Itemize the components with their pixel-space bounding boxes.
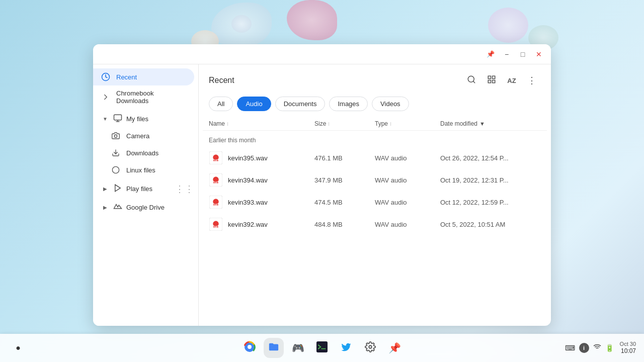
taskbar-left: ● <box>8 338 28 358</box>
chrome-icon <box>244 341 256 355</box>
taskbar-right: ⌨ i 🔋 Oct 30 10:07 <box>565 340 636 355</box>
type-col-label: Type <box>375 120 388 127</box>
sidebar-item-recent[interactable]: Recent <box>93 68 194 85</box>
svg-rect-11 <box>493 76 495 78</box>
sidebar-parent-my-files[interactable]: ▼ My files <box>93 111 198 127</box>
taskbar-settings[interactable] <box>360 338 380 358</box>
tray-keyboard-icon[interactable]: ⌨ <box>565 344 575 352</box>
name-col-label: Name <box>209 120 225 127</box>
sort-button[interactable]: AZ <box>503 71 521 89</box>
maximize-icon: □ <box>521 50 525 58</box>
filter-videos[interactable]: Videos <box>372 97 409 111</box>
svg-line-9 <box>473 81 474 82</box>
sidebar-item-downloads[interactable]: Downloads <box>93 144 194 161</box>
settings-icon <box>365 341 376 355</box>
taskbar-time: 10:07 <box>620 347 636 355</box>
taskbar-steam[interactable]: 🎮 <box>288 338 308 358</box>
my-files-label: My files <box>126 115 148 123</box>
google-drive-expand-icon: ▶ <box>101 204 109 212</box>
taskbar-apps: 🎮 <box>239 338 405 358</box>
file-size-1: 476.1 MB <box>314 154 375 162</box>
file-name-cell-1: kevin395.wav <box>209 151 314 165</box>
svg-point-23 <box>369 345 372 348</box>
col-header-size[interactable]: Size ⁞ <box>314 120 375 127</box>
maximize-button[interactable]: □ <box>517 48 529 60</box>
more-options-button[interactable]: ⋮ <box>523 71 541 89</box>
taskbar-date: Oct 30 <box>620 340 636 347</box>
google-drive-label: Google Drive <box>126 204 165 211</box>
section-label-earlier: Earlier this month <box>203 131 547 147</box>
sidebar-parent-google-drive[interactable]: ▶ Google Drive <box>93 199 198 216</box>
file-name-4: kevin392.wav <box>228 221 268 228</box>
col-header-name[interactable]: Name ⁞ <box>209 120 314 127</box>
sidebar: Recent Chromebook Downloads ▼ <box>93 64 199 326</box>
file-row-2[interactable]: kevin394.wav 347.9 MB WAV audio Oct 19, … <box>203 169 547 191</box>
file-type-4: WAV audio <box>375 221 440 228</box>
taskbar-twitter[interactable] <box>336 338 356 358</box>
file-size-4: 484.8 MB <box>314 221 375 228</box>
filter-all[interactable]: All <box>209 97 233 111</box>
downloads-label: Downloads <box>126 149 158 157</box>
steam-icon: 🎮 <box>292 342 304 354</box>
titlebar: 📌 − □ ✕ <box>93 44 551 64</box>
grid-icon <box>487 75 496 86</box>
drive-icon <box>113 202 122 213</box>
camera-label: Camera <box>126 132 149 140</box>
taskbar-files[interactable] <box>264 338 284 358</box>
file-row-3[interactable]: kevin393.wav 474.5 MB WAV audio Oct 12, … <box>203 191 547 213</box>
filter-audio[interactable]: Audio <box>237 97 271 111</box>
minimize-button[interactable]: − <box>501 48 513 60</box>
desktop: 📌 − □ ✕ <box>0 0 644 362</box>
col-header-type[interactable]: Type ⁞ <box>375 120 440 127</box>
taskbar: ● <box>0 334 644 362</box>
sidebar-chromebook-label: Chromebook Downloads <box>116 89 186 105</box>
grid-view-button[interactable] <box>482 71 501 89</box>
tray-info-icon[interactable]: i <box>579 343 589 353</box>
battery-icon[interactable]: 🔋 <box>605 344 614 352</box>
file-row-4[interactable]: kevin392.wav 484.8 MB WAV audio Oct 5, 2… <box>203 213 547 235</box>
taskbar-chrome[interactable] <box>239 338 260 358</box>
decor-blob-2 <box>287 0 337 40</box>
taskbar-terminal[interactable] <box>312 338 332 358</box>
taskbar-clipboard[interactable]: 📌 <box>384 338 405 358</box>
terminal-icon <box>316 341 328 355</box>
svg-point-20 <box>248 345 252 348</box>
camera-icon <box>111 131 120 140</box>
search-icon <box>467 75 476 86</box>
file-name-cell-4: kevin392.wav <box>209 217 314 231</box>
sidebar-item-camera[interactable]: Camera <box>93 127 194 144</box>
pin-icon: 📌 <box>487 50 495 58</box>
clipboard-icon: 📌 <box>388 342 401 354</box>
col-header-date[interactable]: Date modified ▼ <box>440 120 541 127</box>
sidebar-parent-play-files[interactable]: ▶ Play files ⋮⋮ <box>93 180 198 197</box>
search-button[interactable] <box>462 71 480 89</box>
decor-blob-3 <box>488 8 528 43</box>
play-files-expand-icon: ▶ <box>101 185 109 193</box>
audio-file-icon-3 <box>209 195 223 209</box>
sidebar-item-linux-files[interactable]: Linux files <box>93 161 194 178</box>
twitter-icon <box>341 341 352 355</box>
window-body: Recent Chromebook Downloads ▼ <box>93 64 551 326</box>
sidebar-section-my-files: ▼ My files <box>93 111 198 178</box>
file-date-3: Oct 12, 2022, 12:59 P... <box>440 199 541 206</box>
taskbar-clock[interactable]: Oct 30 10:07 <box>620 340 636 355</box>
svg-rect-21 <box>316 341 328 352</box>
filter-documents[interactable]: Documents <box>275 97 326 111</box>
file-row-1[interactable]: kevin395.wav 476.1 MB WAV audio Oct 26, … <box>203 147 547 169</box>
size-col-label: Size <box>314 120 326 127</box>
sort-arrow-icon: ▼ <box>479 121 485 127</box>
drag-handle-icon: ⋮⋮ <box>175 184 194 195</box>
file-name-cell-2: kevin394.wav <box>209 173 314 187</box>
wifi-icon[interactable] <box>593 343 601 352</box>
launcher-icon: ● <box>16 343 21 352</box>
size-col-drag: ⁞ <box>328 121 330 127</box>
sidebar-section-google-drive: ▶ Google Drive <box>93 199 198 216</box>
file-size-3: 474.5 MB <box>314 199 375 206</box>
pin-button[interactable]: 📌 <box>485 48 497 60</box>
launcher-button[interactable]: ● <box>8 338 28 358</box>
file-size-2: 347.9 MB <box>314 176 375 184</box>
header-actions: AZ ⋮ <box>462 71 541 89</box>
sidebar-item-chromebook-downloads[interactable]: Chromebook Downloads <box>93 85 194 109</box>
close-button[interactable]: ✕ <box>533 48 545 60</box>
filter-images[interactable]: Images <box>329 97 368 111</box>
